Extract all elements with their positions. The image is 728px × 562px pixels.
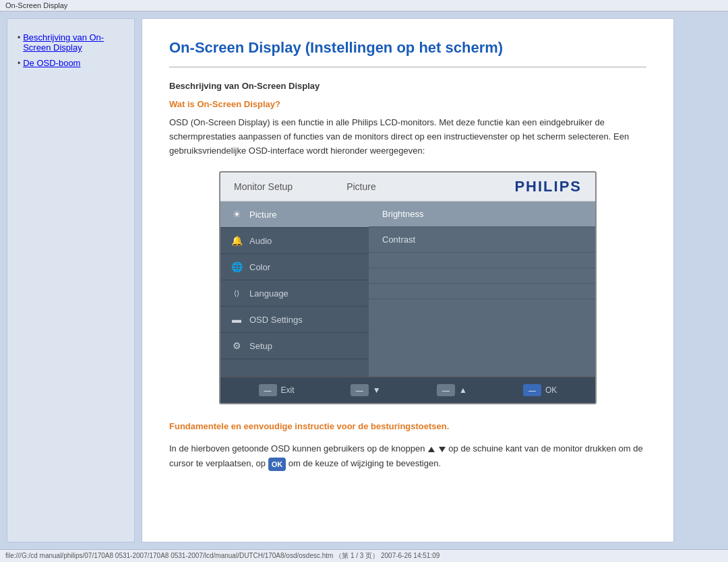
exit-btn-icon: —	[259, 384, 277, 396]
arrow-up-icon	[428, 447, 435, 452]
bottom-text: In de hierboven getoonde OSD kunnen gebr…	[169, 441, 646, 471]
picture-icon: ☀	[231, 208, 243, 220]
setup-icon: ⚙	[231, 340, 243, 352]
bottom-text-3: om de keuze of wijziging te bevestigen.	[289, 458, 441, 468]
osd-header: Monitor Setup Picture PHILIPS	[220, 173, 595, 201]
osd-body: ☀ Picture 🔔 Audio 🌐 Color ⟨⟩ Language	[220, 201, 595, 377]
osd-header-tabs: Monitor Setup Picture	[234, 181, 376, 192]
body-text: OSD (On-Screen Display) is een functie i…	[169, 116, 646, 158]
osd-submenu-item-5	[369, 284, 595, 299]
osd-btn-down[interactable]: — ▼	[351, 384, 381, 396]
osd-submenu: Brightness Contrast	[369, 201, 595, 377]
osd-menu-label-language: Language	[249, 288, 289, 299]
osd-submenu-item-4	[369, 268, 595, 284]
sidebar-item-2[interactable]: • De OSD-boom	[18, 58, 124, 68]
bullet-dot-1: •	[18, 33, 20, 42]
top-bar: On-Screen Display	[0, 0, 728, 11]
osd-footer: — Exit — ▼ — ▲ — OK	[220, 377, 595, 403]
osd-btn-exit[interactable]: — Exit	[259, 384, 295, 396]
status-bar-text: file:///G:/cd manual/philips/07/170A8 05…	[5, 552, 439, 559]
osd-menu-item-language[interactable]: ⟨⟩ Language	[220, 280, 369, 307]
bullet-dot-2: •	[18, 59, 20, 68]
brightness-label: Brightness	[382, 209, 423, 219]
osd-menu-item-picture[interactable]: ☀ Picture	[220, 201, 369, 228]
right-panel	[681, 18, 721, 542]
osd-menu-label-color: Color	[249, 262, 270, 272]
sidebar-link-osd-boom[interactable]: De OSD-boom	[23, 58, 80, 68]
audio-icon: 🔔	[231, 235, 243, 247]
arrow-down-icon	[439, 447, 446, 452]
osd-submenu-contrast[interactable]: Contrast	[369, 227, 595, 253]
language-icon: ⟨⟩	[231, 287, 243, 299]
down-btn-label: ▼	[373, 385, 381, 395]
osd-logo: PHILIPS	[514, 178, 582, 195]
main-layout: • Beschrijving van On-Screen Display • D…	[0, 11, 728, 549]
osd-menu-label-osd-settings: OSD Settings	[249, 315, 303, 325]
osd-menu-label-audio: Audio	[249, 236, 272, 246]
contrast-label: Contrast	[382, 235, 415, 245]
sidebar: • Beschrijving van On-Screen Display • D…	[7, 18, 135, 542]
osd-settings-icon: ▬	[231, 313, 243, 325]
divider	[169, 67, 646, 67]
page-title: On-Screen Display (Instellingen op het s…	[169, 39, 646, 57]
osd-mockup: Monitor Setup Picture PHILIPS ☀ Picture …	[219, 171, 597, 404]
ok-btn-label: OK	[545, 385, 557, 395]
osd-tab-monitor-setup: Monitor Setup	[234, 181, 293, 192]
osd-menu-item-osd-settings[interactable]: ▬ OSD Settings	[220, 307, 369, 333]
sidebar-link-beschrijving[interactable]: Beschrijving van On-Screen Display	[23, 32, 124, 53]
exit-btn-label: Exit	[281, 385, 295, 395]
osd-menu: ☀ Picture 🔔 Audio 🌐 Color ⟨⟩ Language	[220, 201, 369, 377]
osd-submenu-item-3	[369, 253, 595, 268]
osd-submenu-brightness[interactable]: Brightness	[369, 201, 595, 227]
color-icon: 🌐	[231, 261, 243, 273]
instruction-text: Fundamentele en eenvoudige instructie vo…	[169, 421, 646, 431]
top-bar-label: On-Screen Display	[5, 1, 67, 9]
content-area: On-Screen Display (Instellingen op het s…	[142, 18, 674, 542]
osd-menu-label-picture: Picture	[249, 210, 276, 220]
osd-btn-ok[interactable]: — OK	[523, 384, 557, 396]
subsection-heading: Wat is On-Screen Display?	[169, 99, 646, 109]
osd-tab-picture: Picture	[346, 181, 376, 192]
ok-badge: OK	[268, 458, 286, 472]
bottom-text-1: In de hierboven getoonde OSD kunnen gebr…	[169, 443, 425, 454]
osd-menu-item-setup[interactable]: ⚙ Setup	[220, 333, 369, 359]
status-bar: file:///G:/cd manual/philips/07/170A8 05…	[0, 549, 728, 562]
osd-menu-item-audio[interactable]: 🔔 Audio	[220, 228, 369, 254]
ok-btn-icon: —	[523, 384, 541, 396]
up-btn-icon: —	[437, 384, 455, 396]
section-heading: Beschrijving van On-Screen Display	[169, 81, 646, 91]
up-btn-label: ▲	[459, 385, 467, 395]
osd-btn-up[interactable]: — ▲	[437, 384, 467, 396]
sidebar-item-1[interactable]: • Beschrijving van On-Screen Display	[18, 32, 124, 53]
down-btn-icon: —	[351, 384, 369, 396]
osd-menu-label-setup: Setup	[249, 341, 272, 351]
osd-menu-item-color[interactable]: 🌐 Color	[220, 254, 369, 280]
